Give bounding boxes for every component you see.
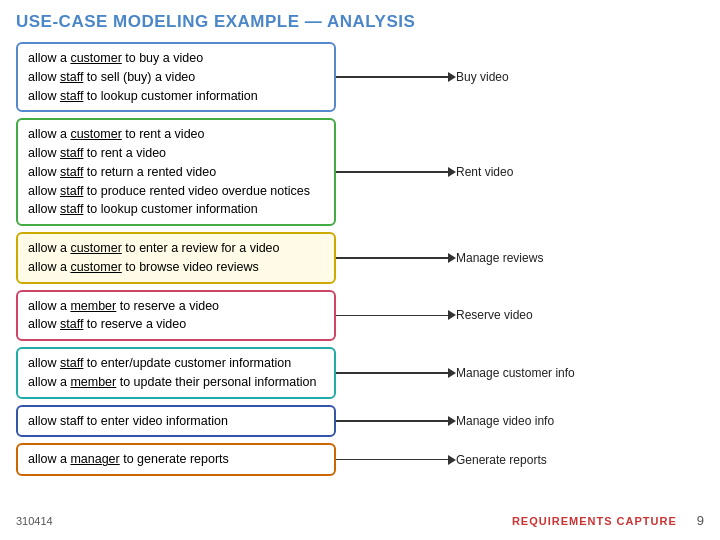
use-case-line-manage-reviews-1: allow a customer to browse video reviews <box>28 258 324 277</box>
use-case-line-reserve-video-0: allow a member to reserve a video <box>28 297 324 316</box>
use-case-box-generate-reports: allow a manager to generate reports <box>16 443 336 476</box>
arrow-reserve-video <box>336 310 456 320</box>
use-case-label-generate-reports: Generate reports <box>456 453 566 467</box>
use-case-row-reserve-video: allow a member to reserve a videoallow s… <box>16 290 704 342</box>
use-case-line-buy-video-0: allow a customer to buy a video <box>28 49 324 68</box>
use-case-row-manage-customer-info: allow staff to enter/update customer inf… <box>16 347 704 399</box>
use-case-row-manage-video-info: allow staff to enter video informationMa… <box>16 405 704 438</box>
use-case-row-manage-reviews: allow a customer to enter a review for a… <box>16 232 704 284</box>
arrow-manage-customer-info <box>336 368 456 378</box>
use-case-line-generate-reports-0: allow a manager to generate reports <box>28 450 324 469</box>
use-case-line-buy-video-1: allow staff to sell (buy) a video <box>28 68 324 87</box>
footer: 310414 REQUIREMENTS CAPTURE 9 <box>16 511 704 528</box>
use-case-line-rent-video-3: allow staff to produce rented video over… <box>28 182 324 201</box>
arrow-generate-reports <box>336 455 456 465</box>
use-case-label-manage-customer-info: Manage customer info <box>456 366 575 380</box>
arrow-manage-reviews <box>336 253 456 263</box>
use-case-line-manage-video-info-0: allow staff to enter video information <box>28 412 324 431</box>
use-case-box-buy-video: allow a customer to buy a videoallow sta… <box>16 42 336 112</box>
arrow-rent-video <box>336 167 456 177</box>
page-title: USE-CASE MODELING EXAMPLE — ANALYSIS <box>16 12 704 32</box>
arrow-manage-video-info <box>336 416 456 426</box>
use-case-box-reserve-video: allow a member to reserve a videoallow s… <box>16 290 336 342</box>
use-case-line-manage-customer-info-0: allow staff to enter/update customer inf… <box>28 354 324 373</box>
use-case-line-buy-video-2: allow staff to lookup customer informati… <box>28 87 324 106</box>
page-number: 9 <box>697 513 704 528</box>
use-case-label-reserve-video: Reserve video <box>456 308 566 322</box>
use-case-row-rent-video: allow a customer to rent a videoallow st… <box>16 118 704 226</box>
use-case-line-rent-video-1: allow staff to rent a video <box>28 144 324 163</box>
arrow-buy-video <box>336 72 456 82</box>
use-case-line-rent-video-2: allow staff to return a rented video <box>28 163 324 182</box>
use-case-box-rent-video: allow a customer to rent a videoallow st… <box>16 118 336 226</box>
use-case-label-manage-reviews: Manage reviews <box>456 251 566 265</box>
use-case-label-manage-video-info: Manage video info <box>456 414 566 428</box>
footer-right-label: REQUIREMENTS CAPTURE <box>512 515 677 527</box>
use-case-label-buy-video: Buy video <box>456 70 566 84</box>
use-case-line-reserve-video-1: allow staff to reserve a video <box>28 315 324 334</box>
use-case-row-buy-video: allow a customer to buy a videoallow sta… <box>16 42 704 112</box>
page: USE-CASE MODELING EXAMPLE — ANALYSIS all… <box>0 0 720 540</box>
use-case-line-manage-reviews-0: allow a customer to enter a review for a… <box>28 239 324 258</box>
use-case-box-manage-reviews: allow a customer to enter a review for a… <box>16 232 336 284</box>
use-case-label-rent-video: Rent video <box>456 165 566 179</box>
use-case-box-manage-video-info: allow staff to enter video information <box>16 405 336 438</box>
footer-id: 310414 <box>16 515 53 527</box>
use-case-box-manage-customer-info: allow staff to enter/update customer inf… <box>16 347 336 399</box>
rows-area: allow a customer to buy a videoallow sta… <box>16 42 704 503</box>
use-case-line-rent-video-0: allow a customer to rent a video <box>28 125 324 144</box>
use-case-line-manage-customer-info-1: allow a member to update their personal … <box>28 373 324 392</box>
use-case-line-rent-video-4: allow staff to lookup customer informati… <box>28 200 324 219</box>
use-case-row-generate-reports: allow a manager to generate reportsGener… <box>16 443 704 476</box>
